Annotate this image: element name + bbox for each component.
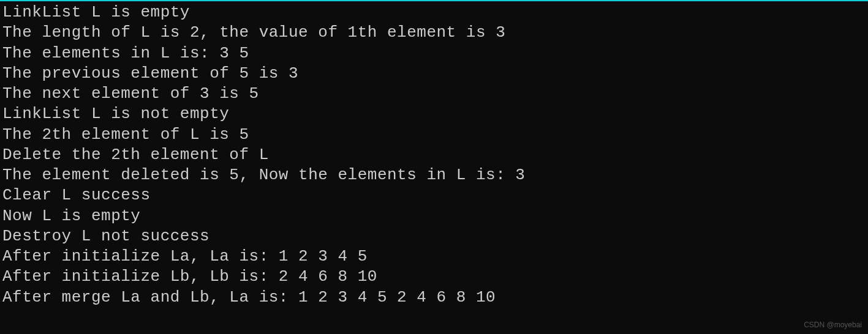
terminal-line: LinkList L is not empty	[2, 104, 866, 124]
terminal-line: After merge La and Lb, La is: 1 2 3 4 5 …	[2, 288, 866, 308]
terminal-line: Now L is empty	[2, 206, 866, 226]
terminal-line: Destroy L not success	[2, 226, 866, 247]
terminal-line: Clear L success	[2, 185, 866, 206]
terminal-line: The elements in L is: 3 5	[2, 43, 866, 64]
watermark: CSDN @moyebai	[804, 321, 862, 329]
terminal-line: The length of L is 2, the value of 1th e…	[2, 23, 866, 43]
terminal-line: After initialize Lb, Lb is: 2 4 6 8 10	[2, 267, 866, 287]
terminal-line: LinkList L is empty	[2, 2, 866, 23]
terminal-line: The previous element of 5 is 3	[2, 64, 866, 84]
terminal-line: Delete the 2th element of L	[2, 145, 866, 165]
terminal-line: The 2th element of L is 5	[2, 125, 866, 145]
terminal-output: LinkList L is empty The length of L is 2…	[2, 2, 866, 308]
terminal-line: The next element of 3 is 5	[2, 84, 866, 104]
terminal-line: After initialize La, La is: 1 2 3 4 5	[2, 247, 866, 267]
terminal-line: The element deleted is 5, Now the elemen…	[2, 165, 866, 185]
